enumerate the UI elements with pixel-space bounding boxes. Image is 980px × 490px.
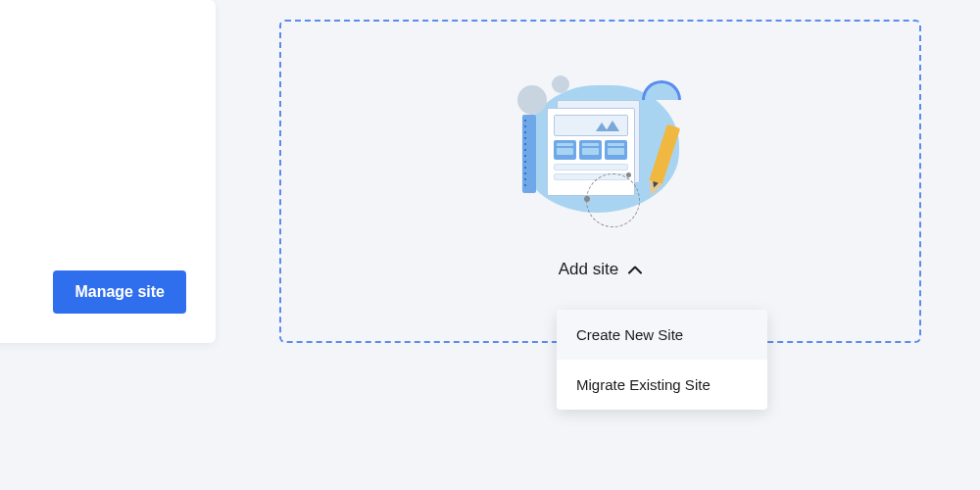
protractor-icon	[642, 80, 681, 100]
manage-site-button[interactable]: Manage site	[53, 270, 186, 314]
chevron-up-icon	[628, 263, 642, 276]
add-site-dropdown-trigger[interactable]: Add site	[559, 252, 642, 287]
add-site-label: Add site	[559, 260, 618, 279]
migrate-existing-site-option[interactable]: Migrate Existing Site	[557, 360, 767, 410]
create-new-site-option[interactable]: Create New Site	[557, 310, 767, 360]
website-builder-illustration	[513, 75, 689, 222]
add-site-dropdown-menu: Create New Site Migrate Existing Site	[557, 310, 767, 410]
ruler-icon	[522, 115, 536, 193]
add-site-card[interactable]: Add site	[279, 20, 921, 343]
site-card: g.org Manage site	[0, 0, 216, 343]
site-domain-link[interactable]: g.org	[0, 106, 216, 123]
